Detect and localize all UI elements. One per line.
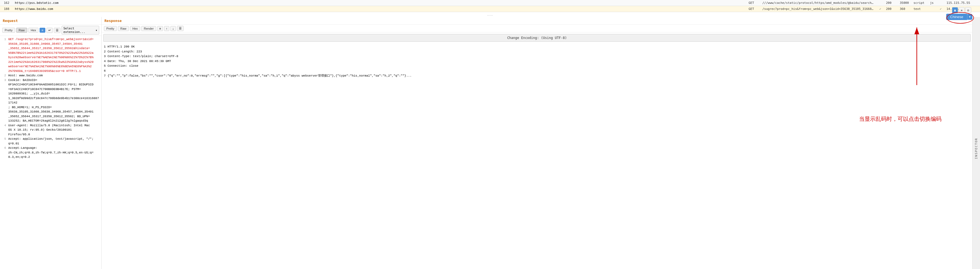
line-content: 22time%22%3A1626317088%2C%22kw%22%3A%22a… [8, 60, 100, 65]
layout-icon-3[interactable]: ⊟ [965, 7, 971, 13]
row-method: GET [747, 7, 761, 11]
line-content: Firefox/95.0 [8, 132, 100, 137]
request-line: byss%20webserver%E7%AE%A1%E7%90%86%22%7D… [0, 55, 102, 60]
inspector-sidebar: INSPECTOR [972, 17, 980, 269]
resp-render-btn[interactable]: Render [141, 26, 156, 31]
request-line: 4User-Agent: Mozilla/5.0 (Macintosh; Int… [0, 123, 102, 128]
row-url: https://www.baidu.com [13, 7, 747, 11]
row-size: 360 [898, 7, 912, 11]
request-line: 5Accept: application/json, text/javascri… [0, 137, 102, 141]
response-line: 1 HTTP/1.1 200 OK [104, 44, 970, 49]
select-extension[interactable]: Select extension... ▾ [62, 26, 99, 35]
line-number: 5 [1, 137, 6, 141]
row-check2: ✓ [937, 7, 945, 11]
network-row-162[interactable]: 162 https://pss.bdstatic.com GET ///www/… [0, 0, 980, 6]
line-content: 35638_35105_31660_35630_34968_35457_3458… [8, 109, 100, 114]
line-content: _35652_35644_35317_26350_35612_35562&his… [8, 46, 100, 51]
request-line: 3Cookie: BAIDUID= [0, 78, 102, 82]
line-content: 133252; BA_HECTOR=2kag0l2n212g0l2g7nlgaq… [8, 119, 100, 123]
line-number [1, 119, 6, 123]
row-ext: js [928, 1, 937, 5]
resp-icon4-btn[interactable]: ☰ [177, 26, 184, 31]
row-ip: 115.115.75.55 [945, 1, 978, 5]
row-type: script [912, 1, 928, 5]
line-number [1, 87, 6, 92]
line-number [1, 64, 6, 69]
line-content: GET /sugrec?prod=pc_his&from=pc_web&json… [8, 37, 100, 42]
line-content: OS X 10.15; rv:95.0) Gecko/20100101 [8, 128, 100, 132]
request-toolbar: Pretty Raw Hex ≡ ↵ ☰ Select extension...… [0, 25, 102, 36]
line-number: 6 [1, 146, 6, 150]
request-line: q=0.01 [0, 141, 102, 146]
response-header: Response [102, 17, 972, 25]
response-line: 2 Content-Length: 223 [104, 49, 970, 54]
line-number [1, 92, 6, 96]
icon2-btn[interactable]: ↵ [46, 28, 53, 33]
network-row-188[interactable]: 188 https://www.baidu.com GET /sugrec?pr… [0, 6, 980, 12]
request-line: %5B%7B%22time%22%3A1626317079%2C%22kw%22… [0, 51, 102, 55]
request-line: 35638_35105_31660_35630_34968_35457_3458… [0, 109, 102, 114]
line-number [1, 141, 6, 146]
resp-pretty-btn[interactable]: Pretty [104, 26, 117, 31]
request-line: ; BD_HOME=1; H_PS_PSSID= [0, 105, 102, 110]
line-content: 1_3028f8d99d2cf10c847c700b8de0b4b17e308c… [8, 96, 100, 105]
row-size: 35000 [898, 1, 912, 5]
resp-icon1-btn[interactable]: ≡ [157, 26, 163, 31]
resp-raw-btn[interactable]: Raw [118, 26, 129, 31]
line-content: 35638_35105_31660_34968_35457_34584_3549… [8, 42, 100, 46]
response-code[interactable]: 1 HTTP/1.1 200 OK2 Content-Length: 2233 … [102, 43, 972, 269]
line-content: q=0.01 [8, 141, 100, 146]
icon1-btn[interactable]: ≡ [40, 28, 45, 33]
chinese-dropdown-arrow[interactable]: ▾ [967, 14, 972, 20]
line-content: 0.3,en;q=0.2 [8, 155, 100, 160]
row-method: GET [747, 1, 761, 5]
line-content: Cookie: BAIDUID= [8, 78, 100, 82]
line-number [1, 69, 6, 74]
line-number [1, 105, 6, 110]
resp-hex-btn[interactable]: Hex [130, 26, 140, 31]
response-toolbar: Pretty Raw Hex Render ≡ ↑ ↓ ☰ [102, 25, 972, 32]
line-content: webserver%E7%AE%A1%E7%90%86%E6%8E%A5%E8%… [8, 64, 100, 69]
divider-dots: ... [0, 12, 980, 17]
top-right-toolbar: ▦ ≡ ⊟ [951, 6, 972, 14]
main-container: Request Pretty Raw Hex ≡ ↵ ☰ Select exte… [0, 17, 980, 269]
pretty-btn[interactable]: Pretty [2, 28, 15, 33]
request-line: Firefox/95.0 [0, 132, 102, 137]
encoding-bar[interactable]: Change Encoding: (Using UTF-8) [103, 34, 970, 42]
request-line: 22time%22%3A1626317088%2C%22kw%22%3A%22a… [0, 60, 102, 65]
layout-icon-2[interactable]: ≡ [959, 7, 965, 13]
row-path: /sugrec?prod=pc_his&from=pc_web&json=1&s… [761, 7, 876, 11]
line-number: 1 [1, 37, 6, 42]
raw-btn[interactable]: Raw [16, 28, 27, 33]
line-content: byss%20webserver%E7%AE%A1%E7%90%86%22%7D… [8, 55, 100, 60]
select-ext-label: Select extension... [64, 27, 94, 34]
line-number [1, 46, 6, 51]
row-status: 200 [885, 7, 898, 11]
request-line: 6Accept-Language: [0, 146, 102, 150]
hex-btn[interactable]: Hex [28, 28, 39, 33]
chinese-button[interactable]: Chinese [946, 14, 967, 20]
line-content: 6F3ACC240CF10C84F0AAED8051001D2C:FG=1; B… [8, 82, 100, 87]
line-content: 2%7D%5D&_t=1640853939595&csor=0 HTTP/1.1 [8, 69, 100, 74]
resp-icon3-btn[interactable]: ↓ [170, 26, 176, 31]
line-content: %5B%7B%22time%22%3A1626317079%2C%22kw%22… [8, 51, 100, 55]
line-content: Host: www.baidu.com [8, 73, 100, 78]
response-line: 7 {"q":"","p":false,"bs":"","csor":"0","… [104, 74, 970, 79]
request-code[interactable]: 1GET /sugrec?prod=pc_his&from=pc_web&jso… [0, 36, 102, 269]
request-line: 1620889381; __yjs_duid= [0, 92, 102, 96]
line-content: Accept-Language: [8, 146, 100, 150]
resp-icon2-btn[interactable]: ↑ [164, 26, 170, 31]
response-line: 6 [104, 69, 970, 74]
layout-icon-1[interactable]: ▦ [952, 7, 958, 13]
line-number [1, 114, 6, 119]
line-number [1, 109, 6, 114]
line-number: 3 [1, 78, 6, 82]
row-num: 188 [2, 7, 13, 11]
line-content: 1620889381; __yjs_duid= [8, 92, 100, 96]
line-content: zh-CN,zh;q=0.8,zh-TW;q=0.7,zh-HK;q=0.5,e… [8, 150, 100, 155]
line-number [1, 96, 6, 105]
icon3-btn[interactable]: ☰ [54, 28, 60, 33]
request-line: _35652_35644_35317_26350_35612_35562; BD… [0, 114, 102, 119]
line-content: ; BD_HOME=1; H_PS_PSSID= [8, 105, 100, 110]
request-line: 2Host: www.baidu.com [0, 73, 102, 78]
